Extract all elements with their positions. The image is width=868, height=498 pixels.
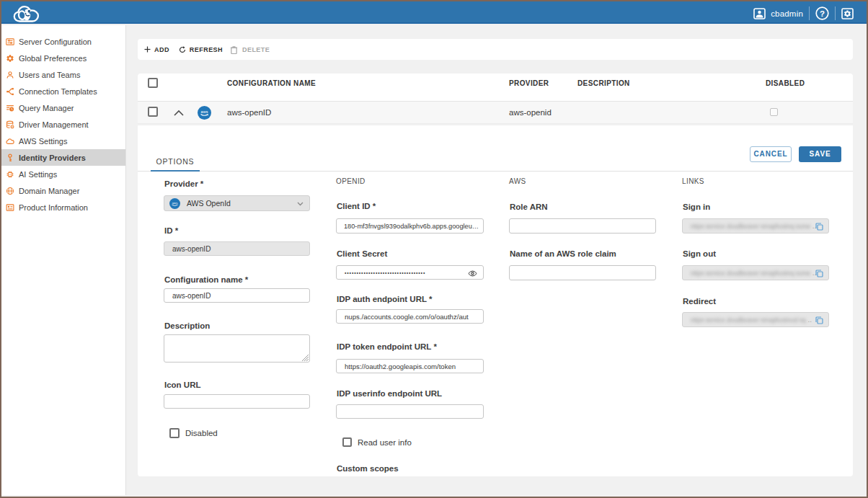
svg-text:aws: aws bbox=[172, 201, 178, 205]
svg-text:aws: aws bbox=[201, 110, 208, 114]
svg-text:?: ? bbox=[820, 9, 825, 18]
